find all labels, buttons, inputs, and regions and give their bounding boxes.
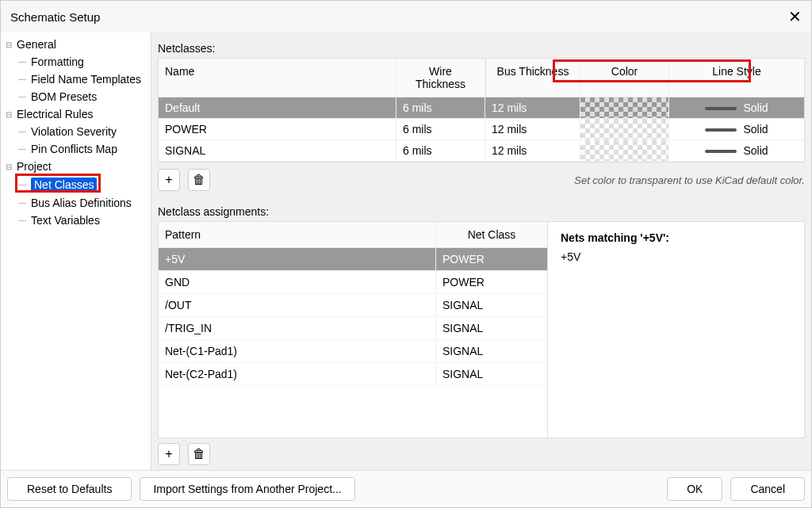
tree-general[interactable]: ⊟General: [1, 36, 151, 53]
pattern-cell[interactable]: GND: [159, 271, 436, 293]
netclasses-label: Netclasses:: [151, 32, 811, 58]
tree-label: Net Classes: [31, 178, 97, 192]
col-pattern[interactable]: Pattern: [159, 222, 436, 247]
col-color[interactable]: Color: [580, 59, 669, 97]
match-panel: Nets matching '+5V': +5V: [547, 222, 804, 437]
assignment-row[interactable]: /TRIG_INSIGNAL: [159, 317, 547, 340]
assignment-row[interactable]: GNDPOWER: [159, 271, 547, 294]
collapse-icon[interactable]: ⊟: [6, 110, 15, 119]
settings-tree: ⊟General Formatting Field Name Templates…: [1, 32, 151, 470]
netclass-row[interactable]: Default6 mils12 milsSolid: [159, 97, 804, 119]
color-cell[interactable]: [580, 119, 669, 139]
netclass-name[interactable]: SIGNAL: [159, 140, 396, 161]
tree-project[interactable]: ⊟Project: [1, 158, 151, 175]
assignment-row[interactable]: /OUTSIGNAL: [159, 294, 547, 317]
titlebar: Schematic Setup ✕: [1, 1, 811, 32]
assignments-area: Pattern Net Class +5VPOWERGNDPOWER/OUTSI…: [158, 221, 805, 438]
netclass-cell[interactable]: POWER: [436, 248, 547, 270]
netclass-row[interactable]: POWER6 mils12 milsSolid: [159, 119, 804, 140]
tree-label: Project: [17, 160, 52, 173]
tree-field-name-templates[interactable]: Field Name Templates: [1, 71, 151, 88]
collapse-icon[interactable]: ⊟: [6, 40, 15, 49]
col-wire-thickness[interactable]: Wire Thickness: [396, 59, 485, 97]
netclass-row[interactable]: SIGNAL6 mils12 milsSolid: [159, 140, 804, 162]
netclass-cell[interactable]: POWER: [436, 271, 547, 293]
netclass-header-row: Name Wire Thickness Bus Thickness Color …: [159, 59, 804, 97]
netclass-table: Name Wire Thickness Bus Thickness Color …: [158, 58, 805, 162]
col-line-style[interactable]: Line Style: [669, 59, 804, 97]
tree-label: General: [17, 38, 56, 51]
match-title: Nets matching '+5V':: [561, 231, 791, 244]
window-title: Schematic Setup: [10, 10, 100, 24]
close-icon[interactable]: ✕: [788, 7, 802, 26]
ok-button[interactable]: OK: [667, 477, 722, 501]
netclass-cell[interactable]: SIGNAL: [436, 317, 547, 339]
tree-bom-presets[interactable]: BOM Presets: [1, 88, 151, 105]
tree-electrical-rules[interactable]: ⊟Electrical Rules: [1, 105, 151, 123]
netclass-name[interactable]: Default: [159, 97, 396, 118]
line-style-cell[interactable]: Solid: [669, 97, 804, 118]
cancel-button[interactable]: Cancel: [730, 477, 805, 501]
wire-thickness-cell[interactable]: 6 mils: [396, 140, 485, 161]
color-cell[interactable]: [580, 140, 669, 161]
import-settings-button[interactable]: Import Settings from Another Project...: [140, 477, 354, 501]
netclass-toolbar: + 🗑 Set color to transparent to use KiCa…: [151, 162, 811, 197]
pattern-cell[interactable]: /OUT: [159, 294, 436, 316]
wire-thickness-cell[interactable]: 6 mils: [396, 119, 485, 139]
bus-thickness-cell[interactable]: 12 mils: [485, 140, 580, 161]
tree-net-classes[interactable]: Net Classes: [1, 175, 151, 194]
tree-bus-alias-definitions[interactable]: Bus Alias Definitions: [1, 194, 151, 212]
assignment-row[interactable]: +5VPOWER: [159, 248, 547, 271]
bus-thickness-cell[interactable]: 12 mils: [485, 97, 580, 118]
assignment-row[interactable]: Net-(C1-Pad1)SIGNAL: [159, 340, 547, 363]
pattern-cell[interactable]: Net-(C1-Pad1): [159, 340, 436, 362]
line-style-cell[interactable]: Solid: [669, 119, 804, 139]
assignments-label: Netclass assignments:: [151, 197, 811, 221]
col-bus-thickness[interactable]: Bus Thickness: [485, 59, 580, 97]
bus-thickness-cell[interactable]: 12 mils: [485, 119, 580, 139]
schematic-setup-window: Schematic Setup ✕ ⊟General Formatting Fi…: [0, 0, 812, 508]
delete-assignment-button[interactable]: 🗑: [188, 443, 210, 465]
netclass-cell[interactable]: SIGNAL: [436, 294, 547, 316]
line-style-cell[interactable]: Solid: [669, 140, 804, 161]
assignment-row[interactable]: Net-(C2-Pad1)SIGNAL: [159, 363, 547, 386]
assign-header-row: Pattern Net Class: [159, 222, 547, 248]
col-name[interactable]: Name: [159, 59, 396, 97]
pattern-cell[interactable]: Net-(C2-Pad1): [159, 363, 436, 385]
netclass-cell[interactable]: SIGNAL: [436, 340, 547, 362]
tree-violation-severity[interactable]: Violation Severity: [1, 123, 151, 140]
wire-thickness-cell[interactable]: 6 mils: [396, 97, 485, 118]
col-net-class[interactable]: Net Class: [436, 222, 547, 247]
reset-defaults-button[interactable]: Reset to Defaults: [7, 477, 132, 501]
add-assignment-button[interactable]: +: [158, 443, 180, 465]
tree-text-variables[interactable]: Text Variables: [1, 212, 151, 229]
footer: Reset to Defaults Import Settings from A…: [1, 470, 811, 507]
netclass-cell[interactable]: SIGNAL: [436, 363, 547, 385]
add-netclass-button[interactable]: +: [158, 169, 180, 191]
pattern-cell[interactable]: +5V: [159, 248, 436, 270]
netclass-name[interactable]: POWER: [159, 119, 396, 139]
color-cell[interactable]: [580, 97, 669, 118]
match-item: +5V: [561, 250, 791, 263]
tree-pin-conflicts-map[interactable]: Pin Conflicts Map: [1, 140, 151, 158]
delete-netclass-button[interactable]: 🗑: [188, 169, 210, 191]
collapse-icon[interactable]: ⊟: [6, 162, 15, 171]
pattern-cell[interactable]: /TRIG_IN: [159, 317, 436, 339]
color-hint: Set color to transparent to use KiCad de…: [574, 174, 805, 186]
tree-formatting[interactable]: Formatting: [1, 53, 151, 71]
tree-label: Electrical Rules: [17, 108, 93, 120]
content-panel: Netclasses: Name Wire Thickness Bus Thic…: [151, 32, 811, 470]
